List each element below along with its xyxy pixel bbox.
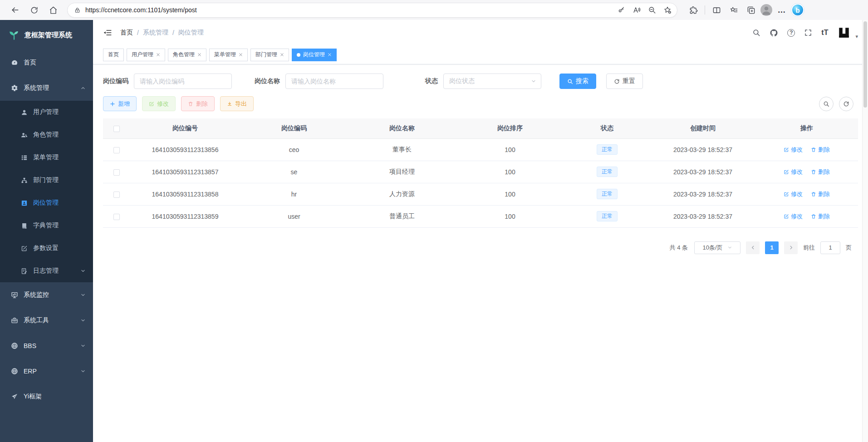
row-delete-button[interactable]: 删除 xyxy=(811,212,830,221)
pagination-total: 共 4 条 xyxy=(670,244,688,252)
export-button[interactable]: 导出 xyxy=(220,96,254,111)
favorites-bar-icon[interactable] xyxy=(726,2,741,18)
font-size-icon[interactable]: tT xyxy=(821,29,828,37)
search-button[interactable]: 搜索 xyxy=(559,74,596,89)
tab-user-mgmt[interactable]: 用户管理 xyxy=(127,49,165,61)
status-badge: 正常 xyxy=(597,211,618,221)
row-delete-button[interactable]: 删除 xyxy=(811,190,830,198)
status-select[interactable]: 岗位状态 xyxy=(443,74,541,89)
favorite-add-star-icon[interactable] xyxy=(661,3,674,17)
password-key-icon[interactable] xyxy=(614,3,628,17)
sidebar-fold-icon[interactable] xyxy=(103,28,112,37)
gear-icon xyxy=(11,84,18,92)
row-checkbox[interactable] xyxy=(113,169,120,176)
sidebar-item-log-mgmt[interactable]: 日志管理 xyxy=(0,260,93,282)
app-logo[interactable]: 意框架管理系统 xyxy=(0,20,93,50)
sidebar-item-role-mgmt[interactable]: 角色管理 xyxy=(0,123,93,146)
fullscreen-icon[interactable] xyxy=(804,29,812,37)
zoom-out-icon[interactable] xyxy=(645,3,659,17)
browser-menu-icon[interactable]: … xyxy=(774,2,790,18)
sidebar-item-post-mgmt[interactable]: 岗位管理 xyxy=(0,192,93,214)
breadcrumb-separator: / xyxy=(137,29,139,36)
row-checkbox[interactable] xyxy=(113,214,120,220)
post-name-input[interactable] xyxy=(285,74,383,89)
close-icon[interactable] xyxy=(156,53,160,57)
page-size-select[interactable]: 10条/页 xyxy=(694,241,740,254)
browser-profile-avatar[interactable] xyxy=(760,4,772,16)
show-search-toggle-button[interactable] xyxy=(819,97,834,111)
status-label: 状态 xyxy=(425,77,438,85)
select-all-checkbox[interactable] xyxy=(113,126,120,132)
sidebar-item-system-monitor[interactable]: 系统监控 xyxy=(0,282,93,308)
scrollbar[interactable] xyxy=(862,20,868,442)
goto-page-input[interactable] xyxy=(820,241,840,254)
delete-button[interactable]: 删除 xyxy=(181,96,215,111)
prev-page-button[interactable] xyxy=(746,241,760,254)
sidebar-item-dept-mgmt[interactable]: 部门管理 xyxy=(0,169,93,192)
status-badge: 正常 xyxy=(597,144,618,154)
browser-right-icons: … b xyxy=(686,2,804,18)
collections-icon[interactable] xyxy=(743,2,759,18)
sidebar-menu: 首页 系统管理 用户管理 角色管理 菜单管理 部门管理 xyxy=(0,50,93,409)
close-icon[interactable] xyxy=(280,53,284,57)
browser-refresh-icon[interactable] xyxy=(26,2,42,18)
url-text[interactable]: https://ccnetcore.com:1101/system/post xyxy=(85,6,610,14)
sidebar-item-param-settings[interactable]: 参数设置 xyxy=(0,237,93,260)
status-badge: 正常 xyxy=(597,167,618,177)
tab-home[interactable]: 首页 xyxy=(103,49,124,61)
sidebar-item-user-mgmt[interactable]: 用户管理 xyxy=(0,101,93,123)
row-edit-button[interactable]: 修改 xyxy=(784,190,803,198)
row-edit-button[interactable]: 修改 xyxy=(784,168,803,176)
next-page-button[interactable] xyxy=(784,241,798,254)
menu-tree-icon xyxy=(21,154,28,161)
breadcrumb-system-mgmt[interactable]: 系统管理 xyxy=(143,29,168,37)
tab-menu-mgmt[interactable]: 菜单管理 xyxy=(209,49,248,61)
sidebar-item-dict-mgmt[interactable]: 字典管理 xyxy=(0,214,93,237)
goto-label: 前往 xyxy=(803,244,815,252)
split-screen-icon[interactable] xyxy=(709,2,724,18)
chevron-down-icon xyxy=(531,79,536,84)
extensions-icon[interactable] xyxy=(686,2,701,18)
row-checkbox[interactable] xyxy=(113,192,120,198)
sidebar-item-system-tools[interactable]: 系统工具 xyxy=(0,308,93,333)
row-delete-button[interactable]: 删除 xyxy=(811,146,830,154)
github-icon[interactable] xyxy=(770,29,778,37)
browser-home-icon[interactable] xyxy=(45,2,61,18)
help-icon[interactable]: ? xyxy=(787,29,795,37)
close-icon[interactable] xyxy=(328,53,332,57)
page-number-1[interactable]: 1 xyxy=(765,241,779,254)
edit-button[interactable]: 修改 xyxy=(142,96,176,111)
close-icon[interactable] xyxy=(197,53,201,57)
sidebar-item-erp[interactable]: ERP xyxy=(0,359,93,384)
tab-post-mgmt[interactable]: 岗位管理 xyxy=(292,49,337,61)
pagination: 共 4 条 10条/页 1 前往 页 xyxy=(103,241,858,254)
read-aloud-icon[interactable] xyxy=(630,3,643,17)
row-checkbox[interactable] xyxy=(113,147,120,153)
reset-button[interactable]: 重置 xyxy=(606,74,643,89)
scrollbar-thumb[interactable] xyxy=(863,21,867,108)
yi-logo[interactable] xyxy=(837,26,851,39)
refresh-table-button[interactable] xyxy=(839,97,853,111)
col-created: 创建时间 xyxy=(650,118,755,138)
tab-role-mgmt[interactable]: 角色管理 xyxy=(168,49,206,61)
sidebar-item-bbs[interactable]: BBS xyxy=(0,333,93,359)
address-bar[interactable]: https://ccnetcore.com:1101/system/post xyxy=(67,3,677,18)
header-search-icon[interactable] xyxy=(752,29,760,37)
breadcrumb-home[interactable]: 首页 xyxy=(120,29,133,37)
browser-back-icon[interactable] xyxy=(7,2,23,18)
tab-dept-mgmt[interactable]: 部门管理 xyxy=(250,49,289,61)
user-dropdown-caret-icon[interactable]: ▾ xyxy=(855,34,858,39)
close-icon[interactable] xyxy=(239,53,243,57)
sidebar-item-system-mgmt[interactable]: 系统管理 xyxy=(0,75,93,101)
sidebar-item-yi-framework[interactable]: Yi框架 xyxy=(0,384,93,409)
bing-copilot-icon[interactable]: b xyxy=(791,4,804,16)
col-actions: 操作 xyxy=(755,118,858,138)
row-edit-button[interactable]: 修改 xyxy=(784,146,803,154)
dashboard-icon xyxy=(11,59,18,66)
sidebar-item-home[interactable]: 首页 xyxy=(0,50,93,75)
row-edit-button[interactable]: 修改 xyxy=(784,212,803,221)
row-delete-button[interactable]: 删除 xyxy=(811,168,830,176)
post-code-input[interactable] xyxy=(134,74,232,89)
add-button[interactable]: 新增 xyxy=(103,96,137,111)
sidebar-item-menu-mgmt[interactable]: 菜单管理 xyxy=(0,146,93,169)
